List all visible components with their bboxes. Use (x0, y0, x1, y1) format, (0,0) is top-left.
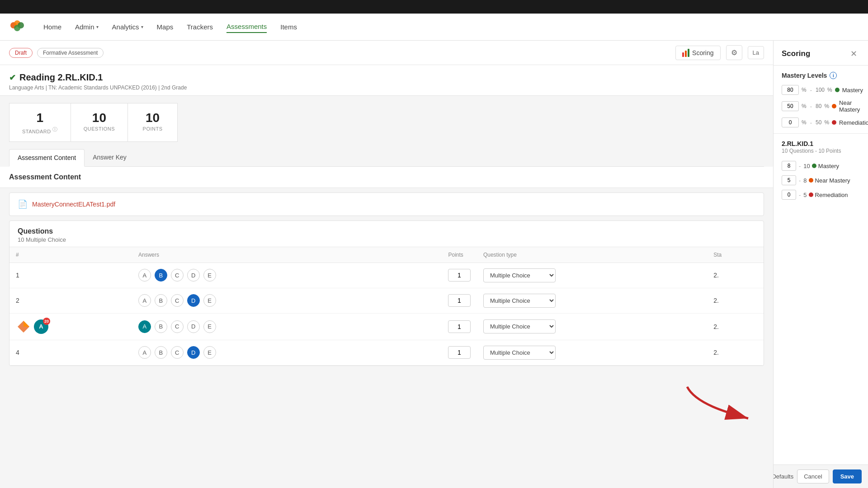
std-near-mastery-row: - 8 Near Mastery (774, 173, 868, 188)
type-select[interactable]: Multiple Choice (483, 268, 556, 282)
q-answers: A B C D E (132, 340, 382, 365)
answer-A[interactable]: A (138, 269, 151, 282)
answer-D[interactable]: D (187, 294, 200, 307)
answer-C[interactable]: C (171, 346, 184, 359)
answer-D[interactable]: D (187, 320, 200, 333)
answer-B[interactable]: B (155, 346, 167, 359)
questions-table: # Answers Points Question type Sta 1 A B (9, 247, 764, 366)
mastery-level-remediation: % - 50 % Remediation (774, 115, 868, 130)
answer-D[interactable]: D (187, 346, 200, 359)
save-button[interactable]: Save (833, 469, 862, 483)
answer-A[interactable]: A (138, 294, 151, 307)
scoring-button[interactable]: Scoring (675, 46, 720, 60)
table-row: A 20 A B C D E M (9, 313, 764, 340)
top-bar (0, 0, 868, 14)
type-select[interactable]: Multiple Choice (483, 319, 556, 333)
q-type: Multiple Choice (477, 340, 707, 365)
std-remediation-dot (809, 192, 813, 197)
std-remediation-min[interactable] (782, 190, 796, 200)
answer-B[interactable]: B (155, 294, 167, 307)
type-select[interactable]: Multiple Choice (483, 346, 556, 360)
nav-admin[interactable]: Admin ▾ (75, 21, 99, 33)
standard-info-icon[interactable]: ⓘ (52, 127, 58, 132)
std-mastery-dot (812, 164, 816, 168)
draft-tag[interactable]: Draft (9, 48, 33, 58)
std-near-mastery-min[interactable] (782, 175, 796, 185)
std-mastery-min[interactable] (782, 161, 796, 171)
assessment-header: ✔ Reading 2.RL.KID.1 Language Arts | TN:… (0, 65, 773, 96)
answer-B[interactable]: B (155, 320, 167, 333)
panel-title: Scoring (782, 49, 810, 58)
nav-home[interactable]: Home (43, 21, 61, 33)
main-nav: Home Admin ▾ Analytics ▾ Maps Trackers A… (0, 14, 868, 41)
tab-answer-key[interactable]: Answer Key (85, 149, 135, 166)
q-std: 2. (707, 340, 764, 365)
nav-maps[interactable]: Maps (157, 21, 174, 33)
points-input[interactable] (448, 320, 471, 333)
near-mastery-min-input[interactable] (782, 101, 799, 111)
answer-B[interactable]: B (155, 269, 167, 282)
gear-button[interactable]: ⚙ (726, 45, 742, 60)
q-std: 2. (707, 313, 764, 340)
mastery-label-near-mastery: Near Mastery (839, 99, 860, 113)
remediation-min-input[interactable] (782, 117, 799, 127)
nav-items[interactable]: Items (280, 21, 297, 33)
tab-assessment-content[interactable]: Assessment Content (9, 149, 85, 167)
answer-A[interactable]: A (138, 320, 151, 333)
mastery-level-mastery: % - 100 % Mastery (774, 83, 868, 97)
answer-D[interactable]: D (187, 269, 200, 282)
mastery-dot-green (835, 88, 840, 92)
panel-header: Scoring ✕ (774, 41, 868, 66)
main-container: Draft Formative Assessment Scoring ⚙ La … (0, 41, 868, 488)
pdf-icon: 📄 (18, 199, 28, 209)
cancel-button[interactable]: Cancel (797, 469, 829, 483)
std-near-mastery-label: Near Mastery (815, 177, 850, 184)
answer-E[interactable]: E (203, 320, 216, 333)
notification-badge: 20 (43, 318, 50, 325)
std-mastery-row: - 10 Mastery (774, 159, 868, 173)
q-type: Multiple Choice (477, 313, 707, 340)
std-mastery-label: Mastery (818, 163, 839, 169)
section-title: Assessment Content (0, 167, 773, 188)
stat-points-label: POINTS (141, 126, 165, 131)
q-answers: A B C D E (132, 313, 382, 340)
answer-C[interactable]: C (171, 294, 184, 307)
answer-E[interactable]: E (203, 294, 216, 307)
std-near-mastery-dot (809, 178, 813, 183)
stat-standard-label: STANDARD ⓘ (22, 126, 58, 134)
answer-A[interactable]: A (138, 346, 151, 359)
answer-C[interactable]: C (171, 269, 184, 282)
nav-assessments[interactable]: Assessments (226, 21, 267, 33)
close-panel-button[interactable]: ✕ (848, 48, 860, 60)
mastery-min-input[interactable] (782, 85, 799, 95)
stat-questions-label: QUESTIONS (84, 126, 115, 131)
type-select[interactable]: Multiple Choice (483, 294, 556, 308)
answer-E[interactable]: E (203, 346, 216, 359)
attachment-row[interactable]: 📄 MasteryConnectELATest1.pdf (9, 192, 764, 216)
defaults-link[interactable]: Defaults (773, 473, 793, 480)
stat-standard-value: 1 (22, 111, 58, 125)
mastery-info-icon[interactable]: i (830, 72, 837, 79)
formative-tag[interactable]: Formative Assessment (37, 48, 104, 58)
table-row: 1 A B C D E Multiple Choice 2. (9, 263, 764, 288)
mastery-label-remediation: Remediation (839, 119, 868, 126)
q-points (382, 313, 477, 340)
answer-C[interactable]: C (171, 320, 184, 333)
stat-standard: 1 STANDARD ⓘ (9, 103, 71, 142)
questions-section: Questions 10 Multiple Choice # Answers P… (9, 221, 764, 366)
points-input[interactable] (448, 269, 471, 282)
q-type: Multiple Choice (477, 288, 707, 313)
q-num: 1 (9, 263, 132, 288)
points-input[interactable] (448, 346, 471, 359)
stats-row: 1 STANDARD ⓘ 10 QUESTIONS 10 POINTS (9, 103, 764, 142)
nav-analytics[interactable]: Analytics ▾ (112, 21, 143, 33)
points-input[interactable] (448, 294, 471, 307)
q-answers: A B C D E (132, 263, 382, 288)
nav-trackers[interactable]: Trackers (187, 21, 213, 33)
answer-E[interactable]: E (203, 269, 216, 282)
stat-points-value: 10 (141, 111, 165, 125)
la-button[interactable]: La (748, 46, 764, 59)
std-remediation-row: - 5 Remediation (774, 188, 868, 202)
nav-logo[interactable] (9, 19, 25, 35)
diamond-icon (16, 319, 31, 334)
